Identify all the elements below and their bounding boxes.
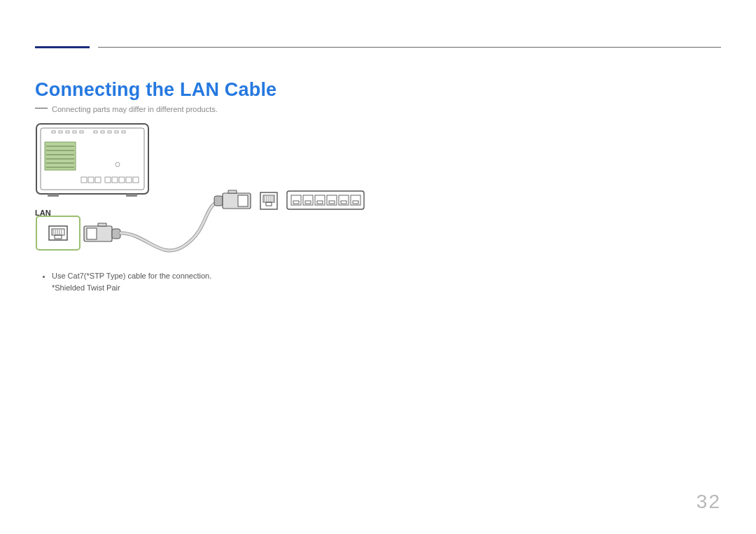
- network-hub-icon: [287, 191, 364, 209]
- svg-rect-42: [214, 196, 223, 206]
- svg-rect-14: [94, 131, 97, 133]
- svg-rect-25: [126, 177, 132, 183]
- cable-icon: [120, 201, 223, 251]
- svg-rect-23: [112, 177, 118, 183]
- header-rule-accent: [35, 46, 90, 48]
- header-rule: [35, 42, 721, 52]
- section-heading: Connecting the LAN Cable: [35, 79, 276, 101]
- svg-rect-26: [133, 177, 139, 183]
- svg-rect-21: [95, 177, 101, 183]
- note-leader-dash: [35, 108, 48, 108]
- lan-port-closeup-icon: [36, 216, 80, 250]
- svg-rect-40: [87, 228, 97, 239]
- svg-rect-18: [122, 131, 125, 133]
- svg-rect-16: [108, 131, 111, 133]
- svg-rect-22: [105, 177, 111, 183]
- svg-rect-9: [52, 131, 55, 133]
- header-rule-line: [98, 47, 721, 48]
- svg-rect-24: [119, 177, 125, 183]
- svg-rect-29: [126, 194, 137, 197]
- svg-rect-47: [266, 202, 272, 206]
- instruction-text: Use Cat7(*STP Type) cable for the connec…: [52, 272, 211, 280]
- svg-point-27: [115, 162, 120, 167]
- svg-rect-19: [81, 177, 87, 183]
- svg-rect-15: [101, 131, 104, 133]
- svg-rect-11: [66, 131, 69, 133]
- page-number: 32: [696, 491, 721, 513]
- svg-rect-17: [115, 131, 118, 133]
- note-text: Connecting parts may differ in different…: [35, 105, 218, 113]
- svg-rect-13: [80, 131, 83, 133]
- svg-rect-28: [48, 194, 59, 197]
- rj45-jack-single-icon: [260, 192, 277, 209]
- svg-rect-44: [238, 195, 248, 206]
- svg-rect-53: [287, 191, 364, 209]
- instruction-item: Use Cat7(*STP Type) cable for the connec…: [52, 270, 211, 294]
- svg-rect-12: [73, 131, 76, 133]
- lan-label: LAN: [35, 209, 51, 217]
- lan-plug-right-icon: [214, 190, 251, 209]
- note-body: Connecting parts may differ in different…: [52, 105, 218, 113]
- device-back-panel-icon: [36, 124, 148, 197]
- svg-rect-10: [59, 131, 62, 133]
- svg-rect-30: [36, 216, 80, 250]
- lan-plug-left-icon: [84, 223, 120, 241]
- instruction-list: Use Cat7(*STP Type) cable for the connec…: [42, 270, 211, 294]
- instruction-subtext: *Shielded Twist Pair: [52, 283, 120, 292]
- connection-diagram: [35, 122, 399, 262]
- svg-rect-20: [88, 177, 94, 183]
